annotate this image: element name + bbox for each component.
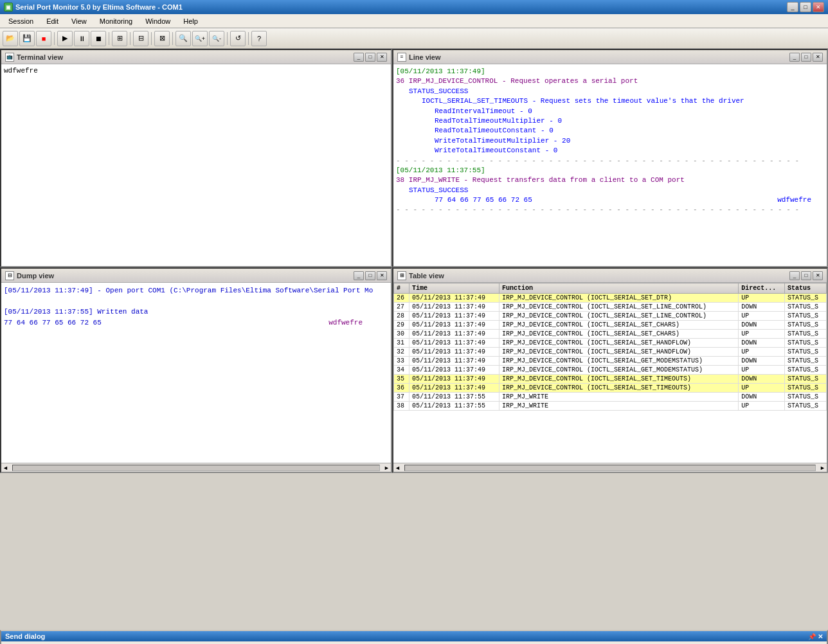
table-scroll-right[interactable]: ►	[818, 465, 827, 471]
terminal-title: 📺 Terminal view	[5, 53, 63, 62]
dump-close-btn[interactable]: ✕	[377, 271, 387, 280]
tb-zoom-in-button[interactable]: 🔍+	[192, 31, 208, 46]
tb-save-button[interactable]: 💾	[19, 31, 35, 46]
cell-function: IRP_MJ_DEVICE_CONTROL (IOCTL_SERIAL_SET_…	[499, 330, 738, 339]
tb-filter-button[interactable]: ⊠	[154, 31, 170, 46]
cell-time: 05/11/2013 11:37:49	[409, 348, 499, 357]
line-view-close-btn[interactable]: ✕	[813, 53, 823, 62]
lv-ascii-values: wdfwefre	[777, 195, 811, 205]
lv-divider-1: - - - - - - - - - - - - - - - - - - - - …	[396, 156, 824, 166]
col-status: Status	[785, 283, 827, 294]
dump-minimize-btn[interactable]: _	[354, 271, 364, 280]
table-row[interactable]: 35 05/11/2013 11:37:49 IRP_MJ_DEVICE_CON…	[394, 375, 827, 384]
cell-num: 26	[394, 294, 410, 303]
lv-timestamp-2: [05/11/2013 11:37:55]	[396, 166, 824, 175]
table-restore-btn[interactable]: □	[801, 271, 811, 280]
tb-minus-button[interactable]: ⊟	[133, 31, 148, 46]
lv-read-total-mult: ReadTotalTimeoutMultiplier - 0	[396, 116, 824, 126]
table-row[interactable]: 34 05/11/2013 11:37:49 IRP_MJ_DEVICE_CON…	[394, 366, 827, 375]
table-close-btn[interactable]: ✕	[813, 271, 823, 280]
title-bar: ▣ Serial Port Monitor 5.0 by Eltima Soft…	[0, 0, 828, 14]
table-minimize-btn[interactable]: _	[789, 271, 800, 280]
tb-help-button[interactable]: ?	[251, 31, 267, 46]
table-row[interactable]: 30 05/11/2013 11:37:49 IRP_MJ_DEVICE_CON…	[394, 330, 827, 339]
window-controls: _ □ ✕	[787, 2, 824, 12]
terminal-close-btn[interactable]: ✕	[377, 53, 387, 62]
menu-edit[interactable]: Edit	[40, 15, 64, 27]
table-row[interactable]: 28 05/11/2013 11:37:49 IRP_MJ_DEVICE_CON…	[394, 312, 827, 321]
table-row[interactable]: 37 05/11/2013 11:37:55 IRP_MJ_WRITE DOWN…	[394, 393, 827, 402]
cell-function: IRP_MJ_DEVICE_CONTROL (IOCTL_SERIAL_SET_…	[499, 312, 738, 321]
table-row[interactable]: 26 05/11/2013 11:37:49 IRP_MJ_DEVICE_CON…	[394, 294, 827, 303]
send-dialog-pin-button[interactable]: 📌 ✕	[808, 633, 823, 640]
dump-controls: _ □ ✕	[354, 271, 387, 280]
top-panels: 📺 Terminal view _ □ ✕ wdfwefre ≡ Line vi…	[0, 49, 828, 267]
dump-header: ⊟ Dump view _ □ ✕	[1, 269, 391, 283]
terminal-icon: 📺	[5, 53, 14, 62]
maximize-button[interactable]: □	[800, 2, 811, 12]
terminal-minimize-btn[interactable]: _	[354, 53, 364, 62]
table-scroll-left[interactable]: ◄	[393, 465, 402, 471]
dump-hscroll[interactable]: ◄ ►	[1, 463, 391, 472]
tb-pause-button[interactable]: ⏸	[74, 31, 89, 46]
menu-window[interactable]: Window	[140, 15, 176, 27]
cell-function: IRP_MJ_DEVICE_CONTROL (IOCTL_SERIAL_SET_…	[499, 321, 738, 330]
dump-scroll-track[interactable]	[12, 465, 380, 471]
table-hscroll[interactable]: ◄ ►	[393, 463, 827, 472]
table-row[interactable]: 36 05/11/2013 11:37:49 IRP_MJ_DEVICE_CON…	[394, 384, 827, 393]
cell-function: IRP_MJ_DEVICE_CONTROL (IOCTL_SERIAL_GET_…	[499, 357, 738, 366]
cell-num: 27	[394, 303, 410, 312]
cell-time: 05/11/2013 11:37:49	[409, 321, 499, 330]
menu-session[interactable]: Session	[3, 15, 39, 27]
minimize-button[interactable]: _	[787, 2, 798, 12]
menu-monitoring[interactable]: Monitoring	[94, 15, 138, 27]
cell-status: STATUS_S	[785, 294, 827, 303]
line-view-title: ≡ Line view	[397, 53, 441, 62]
cell-function: IRP_MJ_WRITE	[499, 393, 738, 402]
tb-refresh-button[interactable]: ↺	[230, 31, 246, 46]
dump-scroll-left[interactable]: ◄	[1, 465, 10, 471]
bottom-panels: ⊟ Dump view _ □ ✕ [05/11/2013 11:37:49] …	[0, 267, 828, 473]
cell-direction: DOWN	[739, 357, 785, 366]
tb-stop2-button[interactable]: ⏹	[91, 31, 106, 46]
tb-stop-button[interactable]: ■	[36, 31, 51, 46]
cell-status: STATUS_S	[785, 348, 827, 357]
tb-grid-button[interactable]: ⊞	[112, 31, 127, 46]
cell-function: IRP_MJ_DEVICE_CONTROL (IOCTL_SERIAL_SET_…	[499, 294, 738, 303]
dump-spacer	[4, 296, 388, 307]
cell-time: 05/11/2013 11:37:49	[409, 357, 499, 366]
dump-scroll-right[interactable]: ►	[382, 465, 391, 471]
table-row[interactable]: 29 05/11/2013 11:37:49 IRP_MJ_DEVICE_CON…	[394, 321, 827, 330]
tb-new-button[interactable]: 📂	[3, 31, 18, 46]
cell-num: 35	[394, 375, 410, 384]
dump-restore-btn[interactable]: □	[365, 271, 375, 280]
terminal-header: 📺 Terminal view _ □ ✕	[1, 50, 391, 64]
cell-time: 05/11/2013 11:37:49	[409, 294, 499, 303]
tb-play-button[interactable]: ▶	[57, 31, 73, 46]
table-title: ⊞ Table view	[397, 271, 444, 280]
lv-divider-2: - - - - - - - - - - - - - - - - - - - - …	[396, 205, 824, 215]
terminal-restore-btn[interactable]: □	[365, 53, 375, 62]
table-row[interactable]: 31 05/11/2013 11:37:49 IRP_MJ_DEVICE_CON…	[394, 339, 827, 348]
lv-hex-values: 77 64 66 77 65 66 72 65	[435, 195, 532, 205]
tb-zoom-out-button[interactable]: 🔍-	[209, 31, 224, 46]
table-scroll-track[interactable]	[404, 465, 816, 471]
menu-bar: Session Edit View Monitoring Window Help	[0, 14, 828, 28]
menu-help[interactable]: Help	[177, 15, 204, 27]
table-row[interactable]: 38 05/11/2013 11:37:55 IRP_MJ_WRITE UP S…	[394, 402, 827, 411]
col-function: Function	[499, 283, 738, 294]
line-view-restore-btn[interactable]: □	[801, 53, 811, 62]
tb-search-button[interactable]: 🔍	[176, 31, 191, 46]
table-row[interactable]: 27 05/11/2013 11:37:49 IRP_MJ_DEVICE_CON…	[394, 303, 827, 312]
tb-separator-2	[109, 32, 109, 45]
close-button[interactable]: ✕	[813, 2, 824, 12]
table-row[interactable]: 32 05/11/2013 11:37:49 IRP_MJ_DEVICE_CON…	[394, 348, 827, 357]
line-view-minimize-btn[interactable]: _	[789, 53, 800, 62]
table-row[interactable]: 33 05/11/2013 11:37:49 IRP_MJ_DEVICE_CON…	[394, 357, 827, 366]
cell-direction: DOWN	[739, 375, 785, 384]
cell-num: 36	[394, 384, 410, 393]
col-direction: Direct...	[739, 283, 785, 294]
menu-view[interactable]: View	[66, 15, 93, 27]
table-content: # Time Function Direct... Status 26 05/1…	[393, 283, 827, 463]
table-panel: ⊞ Table view _ □ ✕ # Time Function	[392, 267, 828, 473]
